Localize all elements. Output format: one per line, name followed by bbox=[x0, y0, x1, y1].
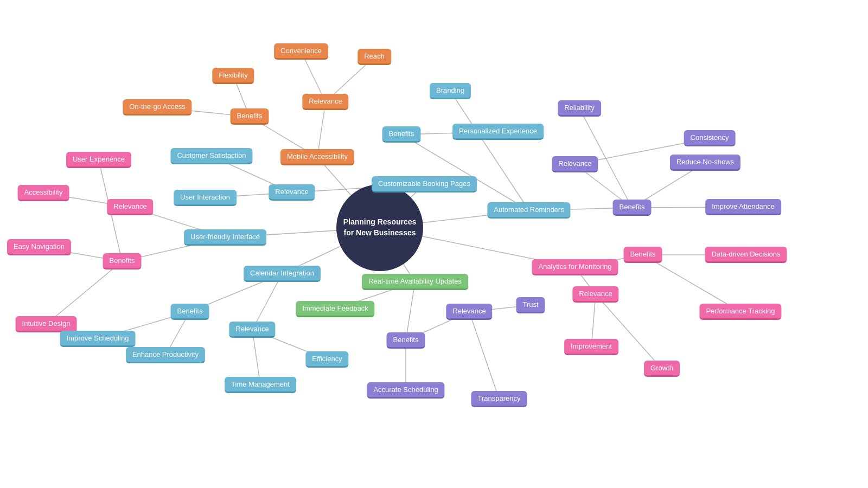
node-analytics-monitoring[interactable]: Analytics for Monitoring bbox=[532, 259, 618, 275]
node-customer-satisfaction[interactable]: Customer Satisfaction bbox=[170, 148, 252, 164]
node-reliability[interactable]: Reliability bbox=[558, 100, 601, 117]
node-improve-scheduling[interactable]: Improve Scheduling bbox=[60, 331, 136, 347]
node-benefits-cal[interactable]: Benefits bbox=[171, 304, 209, 320]
center-node[interactable]: Planning Resources for New Businesses bbox=[336, 184, 423, 271]
node-intuitive-design[interactable]: Intuitive Design bbox=[16, 316, 77, 332]
node-immediate-feedback[interactable]: Immediate Feedback bbox=[296, 301, 374, 317]
node-benefits-ar[interactable]: Benefits bbox=[382, 126, 421, 143]
node-transparency[interactable]: Transparency bbox=[471, 391, 527, 407]
svg-line-48 bbox=[596, 294, 662, 369]
node-relevance-booking[interactable]: Relevance bbox=[269, 184, 315, 201]
svg-line-35 bbox=[401, 134, 529, 210]
node-accessibility[interactable]: Accessibility bbox=[18, 185, 69, 201]
node-relevance-ufi[interactable]: Relevance bbox=[107, 199, 153, 215]
node-growth[interactable]: Growth bbox=[644, 361, 680, 377]
mindmap-container: Planning Resources for New BusinessesMob… bbox=[0, 0, 868, 488]
node-time-management[interactable]: Time Management bbox=[225, 377, 296, 393]
node-calendar-integration[interactable]: Calendar Integration bbox=[244, 266, 321, 282]
node-user-experience[interactable]: User Experience bbox=[66, 152, 131, 168]
node-enhance-productivity[interactable]: Enhance Productivity bbox=[126, 347, 205, 363]
node-mobile-accessibility[interactable]: Mobile Accessibility bbox=[280, 149, 354, 165]
node-consistency[interactable]: Consistency bbox=[684, 130, 736, 146]
node-efficiency[interactable]: Efficiency bbox=[305, 351, 348, 368]
node-user-friendly-interface[interactable]: User-friendly Interface bbox=[184, 229, 266, 246]
node-reduce-noshows[interactable]: Reduce No-shows bbox=[670, 155, 741, 171]
node-benefits-ufi[interactable]: Benefits bbox=[103, 253, 142, 269]
node-user-interaction[interactable]: User Interaction bbox=[174, 190, 237, 206]
node-improvement[interactable]: Improvement bbox=[564, 339, 618, 355]
node-benefits-reminders[interactable]: Benefits bbox=[613, 200, 652, 216]
svg-line-33 bbox=[469, 312, 499, 399]
node-benefits-rt[interactable]: Benefits bbox=[387, 332, 425, 349]
node-branding[interactable]: Branding bbox=[430, 83, 471, 99]
node-benefits-analytics[interactable]: Benefits bbox=[624, 247, 662, 263]
svg-line-29 bbox=[406, 282, 415, 341]
node-trust[interactable]: Trust bbox=[516, 297, 545, 313]
node-relevance-analytics[interactable]: Relevance bbox=[572, 286, 618, 303]
node-flexibility[interactable]: Flexibility bbox=[212, 68, 254, 84]
node-data-driven-decisions[interactable]: Data-driven Decisions bbox=[705, 247, 787, 263]
node-relevance-cal[interactable]: Relevance bbox=[229, 322, 275, 338]
node-relevance-ar[interactable]: Relevance bbox=[552, 156, 598, 172]
node-easy-navigation[interactable]: Easy Navigation bbox=[7, 239, 71, 255]
node-personalized-experience[interactable]: Personalized Experience bbox=[452, 124, 544, 140]
node-automated-reminders[interactable]: Automated Reminders bbox=[487, 202, 570, 219]
node-real-time-availability[interactable]: Real-time Availability Updates bbox=[362, 274, 468, 290]
node-relevance-mobile[interactable]: Relevance bbox=[302, 94, 348, 110]
node-accurate-scheduling[interactable]: Accurate Scheduling bbox=[367, 382, 444, 399]
node-benefits-mobile[interactable]: Benefits bbox=[231, 108, 269, 125]
connections-svg bbox=[0, 0, 868, 488]
node-on-the-go-access[interactable]: On-the-go Access bbox=[123, 99, 192, 115]
node-customizable-booking[interactable]: Customizable Booking Pages bbox=[372, 176, 477, 192]
node-convenience[interactable]: Convenience bbox=[274, 43, 328, 60]
node-performance-tracking[interactable]: Performance Tracking bbox=[699, 304, 781, 320]
svg-line-19 bbox=[46, 261, 122, 324]
node-improve-attendance[interactable]: Improve Attendance bbox=[705, 199, 781, 215]
svg-line-34 bbox=[450, 91, 529, 210]
node-relevance-rt[interactable]: Relevance bbox=[446, 304, 492, 320]
node-reach[interactable]: Reach bbox=[358, 49, 391, 65]
